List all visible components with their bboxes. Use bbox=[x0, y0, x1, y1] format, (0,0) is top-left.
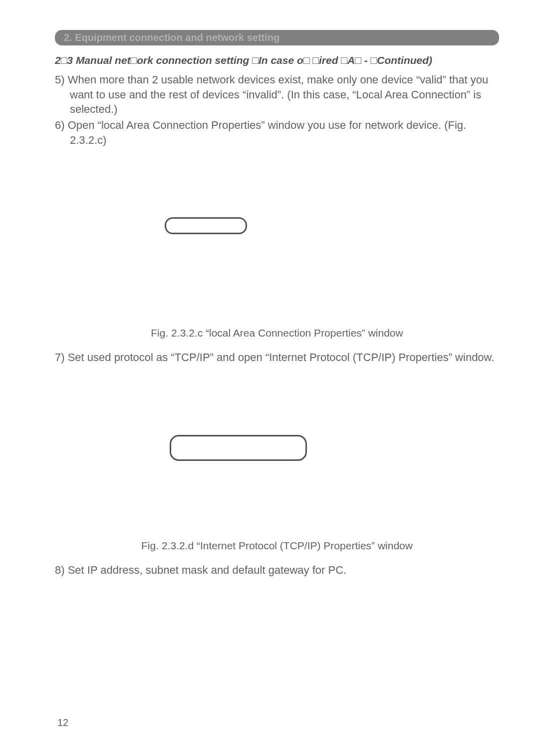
figure-2-area bbox=[55, 380, 499, 535]
figure-1-caption: Fig. 2.3.2.c “local Area Connection Prop… bbox=[55, 327, 499, 339]
subsection-title: 2□3 Manual net□ork connection setting □I… bbox=[55, 54, 499, 66]
figure-2-caption: Fig. 2.3.2.d “Internet Protocol (TCP/IP)… bbox=[55, 540, 499, 552]
step-7-text: 7) Set used protocol as “TCP/IP” and ope… bbox=[55, 350, 499, 365]
step-6-text: 6) Open “local Area Connection Propertie… bbox=[55, 118, 499, 147]
page-number: 12 bbox=[57, 717, 68, 729]
section-header-bar: 2. Equipment connection and network sett… bbox=[55, 30, 499, 45]
section-header-text: 2. Equipment connection and network sett… bbox=[64, 32, 279, 43]
step-5-text: 5) When more than 2 usable network devic… bbox=[55, 72, 499, 117]
step-8-text: 8) Set IP address, subnet mask and defau… bbox=[55, 563, 499, 578]
figure-1-area bbox=[55, 167, 499, 322]
figure-2-highlight-box bbox=[170, 435, 307, 461]
page-content: 2. Equipment connection and network sett… bbox=[0, 0, 539, 599]
figure-1-highlight-box bbox=[165, 217, 247, 234]
